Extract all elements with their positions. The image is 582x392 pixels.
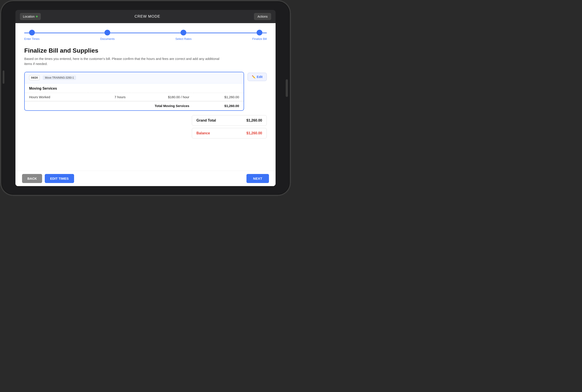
bottom-left-buttons: BACK EDIT TIMES: [22, 174, 74, 183]
actions-button[interactable]: Actions: [254, 13, 271, 20]
balance-box: Balance $1,260.00: [192, 128, 267, 138]
next-button[interactable]: NEXT: [246, 174, 269, 183]
grand-total-amount: $1,260.00: [246, 118, 262, 122]
total-row: Total Moving Services $1,260.00: [25, 101, 244, 110]
step-label-finalize-bill: Finalize Bill: [252, 37, 267, 40]
step-circle-documents: [105, 30, 110, 36]
bill-card-header: 04/24 Move TRAINING-3260-1: [25, 72, 244, 84]
balance-amount: $1,260.00: [246, 131, 262, 135]
location-button[interactable]: Location: [20, 13, 41, 20]
crew-mode-title: CREW MODE: [134, 14, 160, 19]
summary-section: Grand Total $1,260.00 Balance $1,260.00: [24, 115, 267, 138]
grand-total-box: Grand Total $1,260.00: [192, 115, 267, 126]
side-button-right: [286, 79, 288, 97]
edit-times-button[interactable]: EDIT TIMES: [45, 174, 74, 183]
bill-card-wrapper: 04/24 Move TRAINING-3260-1 Moving Servic…: [24, 72, 267, 111]
edit-button[interactable]: ✏️ Edit: [247, 73, 267, 81]
tablet-frame: Location CREW MODE Actions Enter Times: [0, 0, 291, 196]
step-label-enter-times: Enter Times: [24, 37, 40, 40]
step-enter-times: Enter Times: [24, 30, 40, 40]
balance-label: Balance: [196, 131, 210, 135]
page-title: Finalize Bill and Supplies: [24, 47, 267, 54]
step-label-documents: Documents: [100, 37, 115, 40]
move-id-badge: Move TRAINING-3260-1: [43, 76, 76, 80]
step-label-select-rates: Select Rates: [175, 37, 192, 40]
total-label: Total Moving Services: [25, 101, 194, 110]
back-button[interactable]: BACK: [22, 174, 42, 183]
bill-card: 04/24 Move TRAINING-3260-1 Moving Servic…: [24, 72, 244, 111]
stepper-line: [24, 32, 267, 33]
line-item-rate: $180.00 / hour: [130, 93, 194, 101]
line-item-amount: $1,260.00: [194, 93, 244, 101]
step-finalize-bill: Finalize Bill: [252, 30, 267, 40]
line-item-row: Hours Worked 7 hours $180.00 / hour $1,2…: [25, 93, 244, 101]
location-status-dot: [36, 16, 38, 18]
location-label: Location: [23, 15, 35, 18]
service-name: Moving Services: [25, 84, 244, 93]
main-content: Enter Times Documents Select Rates Final…: [16, 23, 275, 186]
step-circle-finalize-bill: [257, 30, 262, 36]
bottom-bar: BACK EDIT TIMES NEXT: [16, 171, 275, 186]
stepper: Enter Times Documents Select Rates Final…: [24, 30, 267, 40]
step-circle-select-rates: [181, 30, 186, 36]
grand-total-label: Grand Total: [196, 118, 216, 122]
step-documents: Documents: [100, 30, 115, 40]
line-item-hours: 7 hours: [88, 93, 130, 101]
line-item-description: Hours Worked: [25, 93, 88, 101]
edit-button-label: Edit: [257, 75, 262, 78]
pencil-icon: ✏️: [252, 75, 255, 78]
content-inner: Enter Times Documents Select Rates Final…: [16, 23, 275, 171]
date-badge: 04/24: [29, 75, 40, 80]
total-amount: $1,260.00: [194, 101, 244, 110]
bill-table: Hours Worked 7 hours $180.00 / hour $1,2…: [25, 93, 244, 110]
step-select-rates: Select Rates: [175, 30, 192, 40]
step-circle-enter-times: [29, 30, 35, 36]
screen: Location CREW MODE Actions Enter Times: [16, 10, 275, 186]
top-bar: Location CREW MODE Actions: [16, 10, 275, 23]
page-subtitle: Based on the times you entered, here is …: [24, 56, 223, 66]
side-button-left: [3, 70, 5, 84]
